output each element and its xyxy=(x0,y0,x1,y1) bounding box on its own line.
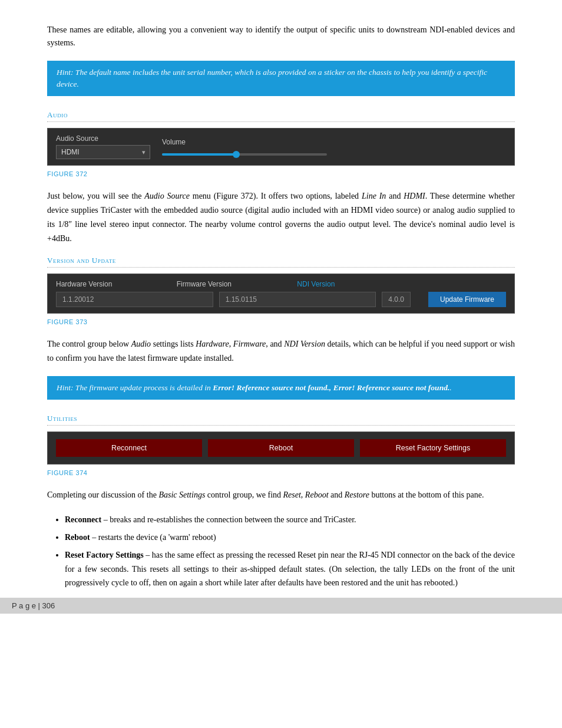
ndi-version-value: 4.0.0 xyxy=(382,292,411,307)
body3-after: buttons at the bottom of this pane. xyxy=(369,490,484,499)
hint2-after: . xyxy=(449,383,451,392)
bullet1-bold: Reconnect xyxy=(65,515,101,524)
body3-mid3: and xyxy=(329,490,345,499)
body2-italic2: Hardware xyxy=(196,340,229,348)
body3-mid2: , xyxy=(301,490,305,499)
audio-source-select-wrapper[interactable]: HDMI Line In xyxy=(56,145,150,159)
body1-before: Just below, you will see the xyxy=(47,192,144,200)
audio-control-panel: Audio Source HDMI Line In Volume xyxy=(47,128,515,166)
body2-mid2: , xyxy=(229,340,233,348)
hw-version-col: 1.1.20012 xyxy=(56,292,219,307)
body3-italic3: Reboot xyxy=(305,490,329,499)
intro-paragraph: These names are editable, allowing you a… xyxy=(47,24,515,50)
body2-mid3: , and xyxy=(266,340,284,348)
volume-label: Volume xyxy=(162,138,506,146)
bullet1-text: – breaks and re-establishes the connecti… xyxy=(101,515,356,524)
hint-box-1: Hint: The default name includes the unit… xyxy=(47,61,515,97)
body2-italic4: NDI Version xyxy=(284,340,325,348)
body3-italic1: Basic Settings xyxy=(158,490,205,499)
version-section-heading: Version and Update xyxy=(47,256,515,268)
list-item: Reconnect – breaks and re-establishes th… xyxy=(65,513,515,527)
body3-italic2: Reset xyxy=(283,490,301,499)
fw-version-value: 1.15.0115 xyxy=(219,292,376,307)
hw-version-header: Hardware Version xyxy=(56,280,177,288)
volume-field: Volume xyxy=(162,138,506,156)
figure373-label: Figure 373 xyxy=(47,318,515,325)
audio-section-heading: Audio xyxy=(47,110,515,122)
page-footer: P a g e | 306 xyxy=(0,598,562,614)
body-text-1: Just below, you will see the Audio Sourc… xyxy=(47,189,515,245)
body2-before: The control group below xyxy=(47,340,131,348)
volume-slider-thumb[interactable] xyxy=(233,151,240,158)
body1-mid2: and xyxy=(386,192,404,200)
body3-italic4: Restore xyxy=(345,490,369,499)
list-item: Reset Factory Settings – has the same ef… xyxy=(65,548,515,590)
utilities-section-heading: Utilities xyxy=(47,414,515,426)
reset-factory-settings-button[interactable]: Reset Factory Settings xyxy=(360,439,506,457)
audio-source-select[interactable]: HDMI Line In xyxy=(56,145,150,159)
audio-source-label: Audio Source xyxy=(56,134,150,143)
update-firmware-button[interactable]: Update Firmware xyxy=(428,292,506,307)
hint2-bold1: Error! Reference source not found., xyxy=(213,383,331,392)
fw-version-header: Firmware Version xyxy=(177,280,297,288)
body1-italic1: Audio Source xyxy=(144,192,190,200)
hint2-before: Hint: The firmware update process is det… xyxy=(57,383,213,392)
body2-italic1: Audio xyxy=(131,340,151,348)
hint1-text: Hint: The default name includes the unit… xyxy=(57,68,487,88)
ndi-version-col: 4.0.0 xyxy=(382,292,416,307)
list-item: Reboot – restarts the device (a 'warm' r… xyxy=(65,531,515,545)
body1-italic2: Line In xyxy=(362,192,386,200)
utilities-panel: Reconnect Reboot Reset Factory Settings xyxy=(47,431,515,465)
body1-mid1: menu (Figure 372). It offers two options… xyxy=(190,192,362,200)
body1-italic3: HDMI xyxy=(404,192,425,200)
update-firmware-wrapper[interactable]: Update Firmware xyxy=(428,292,506,307)
reconnect-button[interactable]: Reconnect xyxy=(56,439,202,457)
volume-slider-fill xyxy=(162,153,236,156)
audio-source-field: Audio Source HDMI Line In xyxy=(56,134,150,159)
reboot-button[interactable]: Reboot xyxy=(208,439,354,457)
bullet2-bold: Reboot xyxy=(65,533,90,542)
body2-italic3: Firmware xyxy=(233,340,266,348)
fw-version-col: 1.15.0115 xyxy=(219,292,382,307)
body-text-2: The control group below Audio settings l… xyxy=(47,337,515,365)
hint2-bold2: Error! Reference source not found. xyxy=(333,383,450,392)
bullet3-bold: Reset Factory Settings xyxy=(65,551,144,559)
body-text-3: Completing our discussion of the Basic S… xyxy=(47,488,515,502)
bullet2-text: – restarts the device (a 'warm' reboot) xyxy=(90,533,216,542)
body3-mid1: control group, we find xyxy=(205,490,283,499)
version-panel: Hardware Version Firmware Version NDI Ve… xyxy=(47,274,515,314)
ndi-version-header: NDI Version xyxy=(297,280,418,288)
body2-mid1: settings lists xyxy=(151,340,196,348)
figure372-label: Figure 372 xyxy=(47,170,515,177)
volume-slider-track[interactable] xyxy=(162,153,327,156)
body3-before: Completing our discussion of the xyxy=(47,490,158,499)
bullet-list: Reconnect – breaks and re-establishes th… xyxy=(65,513,515,590)
figure374-label: Figure 374 xyxy=(47,469,515,476)
hint-box-2: Hint: The firmware update process is det… xyxy=(47,376,515,400)
hw-version-value: 1.1.20012 xyxy=(56,292,213,307)
